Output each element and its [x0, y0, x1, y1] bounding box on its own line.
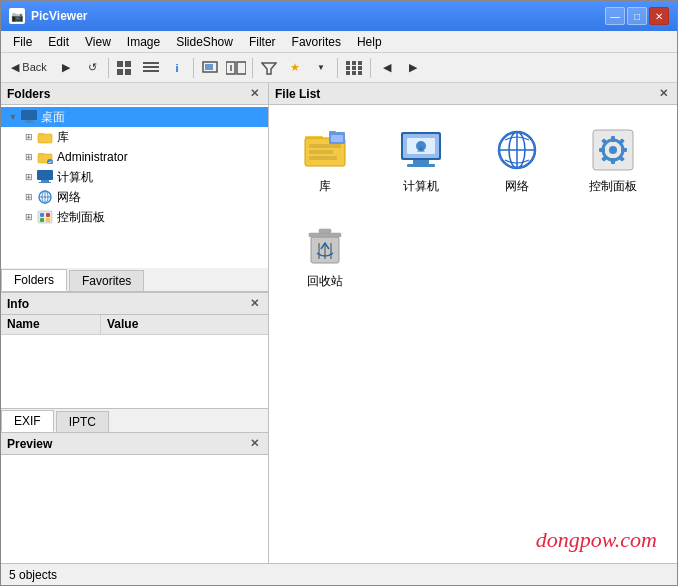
info-col-name: Name: [1, 315, 101, 334]
expand-desktop-icon: ▼: [5, 109, 21, 125]
recycle-file-icon: [301, 221, 349, 269]
file-list-title: File List: [275, 87, 320, 101]
svg-rect-15: [358, 61, 362, 65]
svg-rect-43: [46, 218, 50, 222]
next-button[interactable]: ▶: [401, 56, 425, 80]
thumb-view-button[interactable]: [113, 56, 137, 80]
preview-panel-header: Preview ✕: [1, 433, 268, 455]
svg-rect-4: [143, 62, 159, 64]
separator-4: [337, 58, 338, 78]
file-item-computer[interactable]: 计算机: [381, 121, 461, 200]
window-controls: — □ ✕: [605, 7, 669, 25]
tree-item-computer[interactable]: ⊞ 计算机: [17, 167, 268, 187]
svg-rect-49: [309, 156, 337, 160]
svg-rect-69: [599, 148, 605, 152]
file-list-header: File List ✕: [269, 83, 677, 105]
preview-close-button[interactable]: ✕: [246, 436, 262, 452]
network-icon: [37, 189, 53, 205]
menu-view[interactable]: View: [77, 31, 119, 52]
info-header-row: Name Value: [1, 315, 268, 335]
info-close-button[interactable]: ✕: [246, 296, 262, 312]
file-item-library[interactable]: 库: [285, 121, 365, 200]
filter-button[interactable]: [257, 56, 281, 80]
library-file-icon: [301, 126, 349, 174]
menu-file[interactable]: File: [5, 31, 40, 52]
preview-panel: Preview ✕: [1, 433, 268, 563]
svg-rect-20: [352, 71, 356, 75]
file-label-network: 网络: [505, 178, 529, 195]
svg-rect-33: [41, 180, 49, 182]
file-list-close-button[interactable]: ✕: [655, 86, 671, 102]
refresh-button[interactable]: ↺: [80, 56, 104, 80]
menu-bar: File Edit View Image SlideShow Filter Fa…: [1, 31, 677, 53]
tab-folders[interactable]: Folders: [1, 269, 67, 291]
menu-image[interactable]: Image: [119, 31, 168, 52]
svg-rect-24: [23, 122, 35, 123]
menu-edit[interactable]: Edit: [40, 31, 77, 52]
tree-label-network: 网络: [57, 189, 81, 206]
tree-item-administrator[interactable]: ⊞ Administrator: [17, 147, 268, 167]
expand-network-icon: ⊞: [21, 189, 37, 205]
svg-rect-51: [329, 131, 336, 135]
minimize-button[interactable]: —: [605, 7, 625, 25]
svg-rect-41: [46, 213, 50, 217]
info-button[interactable]: i: [165, 56, 189, 80]
close-button[interactable]: ✕: [649, 7, 669, 25]
svg-rect-56: [407, 164, 435, 167]
svg-rect-14: [352, 61, 356, 65]
tab-favorites[interactable]: Favorites: [69, 270, 144, 291]
folders-title: Folders: [7, 87, 50, 101]
svg-rect-52: [331, 135, 343, 142]
file-label-recycle: 回收站: [307, 273, 343, 290]
menu-help[interactable]: Help: [349, 31, 390, 52]
info-table: Name Value: [1, 315, 268, 408]
file-list-content[interactable]: 库: [269, 105, 677, 563]
grid-button[interactable]: [342, 56, 366, 80]
tree-label-library: 库: [57, 129, 69, 146]
right-panel: File List ✕: [269, 83, 677, 563]
tree-item-network[interactable]: ⊞ 网络: [17, 187, 268, 207]
svg-rect-10: [237, 62, 246, 74]
folders-tree[interactable]: ▼ 桌面 ⊞ 库: [1, 105, 268, 268]
separator-1: [108, 58, 109, 78]
expand-admin-icon: ⊞: [21, 149, 37, 165]
back-button[interactable]: ◀ Back: [5, 56, 53, 80]
svg-rect-34: [39, 182, 51, 183]
toolbar: ◀ Back ▶ ↺ i ★ ▼ ◀ ▶: [1, 53, 677, 83]
expand-computer-icon: ⊞: [21, 169, 37, 185]
folders-close-button[interactable]: ✕: [246, 86, 262, 102]
info-panel: Info ✕ Name Value EXIF IPTC: [1, 293, 268, 433]
status-bar: 5 objects: [1, 563, 677, 585]
tab-iptc[interactable]: IPTC: [56, 411, 109, 432]
list-view-button[interactable]: [139, 56, 163, 80]
file-item-control[interactable]: 控制面板: [573, 121, 653, 200]
file-item-recycle[interactable]: 回收站: [285, 216, 365, 295]
star-dropdown-button[interactable]: ▼: [309, 56, 333, 80]
svg-rect-29: [38, 153, 44, 156]
tab-exif[interactable]: EXIF: [1, 410, 54, 432]
forward-button[interactable]: ▶: [54, 56, 78, 80]
menu-filter[interactable]: Filter: [241, 31, 284, 52]
title-bar: 📷 PicViewer — □ ✕: [1, 1, 677, 31]
tree-item-desktop[interactable]: ▼ 桌面: [1, 107, 268, 127]
star-button[interactable]: ★: [283, 56, 307, 80]
view-toggle-button[interactable]: [224, 56, 248, 80]
menu-favorites[interactable]: Favorites: [284, 31, 349, 52]
maximize-button[interactable]: □: [627, 7, 647, 25]
info-col-value: Value: [101, 315, 268, 334]
tree-item-control[interactable]: ⊞ 控制面板: [17, 207, 268, 227]
file-item-network[interactable]: 网络: [477, 121, 557, 200]
slideshow-button[interactable]: [198, 56, 222, 80]
file-label-control: 控制面板: [589, 178, 637, 195]
svg-rect-21: [358, 71, 362, 75]
control-panel-icon: [37, 209, 53, 225]
menu-slideshow[interactable]: SlideShow: [168, 31, 241, 52]
svg-rect-19: [346, 71, 350, 75]
svg-rect-40: [40, 213, 44, 217]
tree-label-administrator: Administrator: [57, 150, 128, 164]
svg-rect-47: [309, 144, 341, 148]
prev-button[interactable]: ◀: [375, 56, 399, 80]
tree-item-library[interactable]: ⊞ 库: [17, 127, 268, 147]
status-text: 5 objects: [9, 568, 57, 582]
preview-content: [1, 455, 268, 563]
